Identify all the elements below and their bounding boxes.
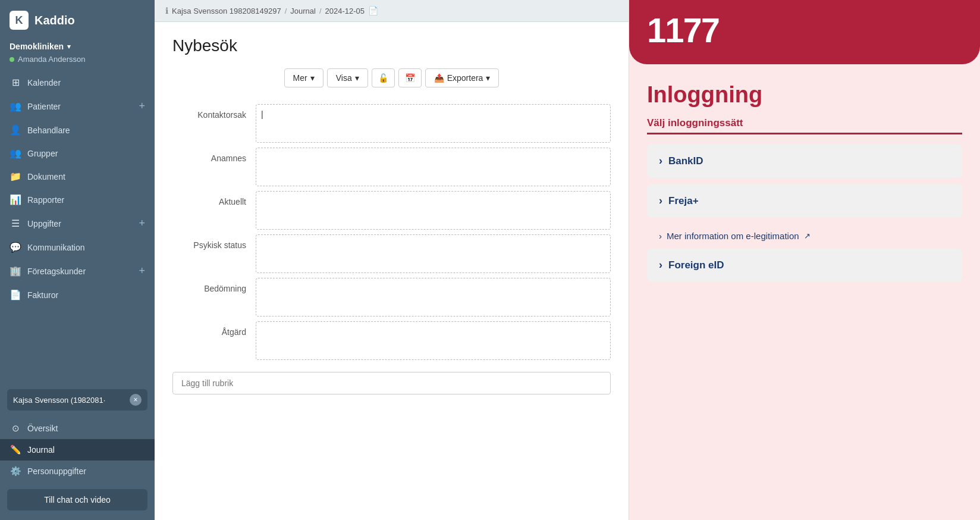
input-atgard[interactable] [256, 321, 611, 360]
logo-k-icon: K [10, 11, 29, 30]
sidebar-item-patienter[interactable]: 👥 Patienter + [0, 94, 155, 118]
add-patient-icon[interactable]: + [139, 100, 145, 112]
sub-nav-label-journal: Journal [27, 445, 55, 455]
foreign-eid-label: Foreign eID [668, 259, 724, 271]
sidebar-item-uppgifter[interactable]: ☰ Uppgifter + [0, 211, 155, 236]
online-dot [10, 57, 14, 62]
input-bedomning[interactable] [256, 278, 611, 317]
sidebar-item-rapporter[interactable]: 📊 Rapporter [0, 188, 155, 211]
main-panel: ℹ Kajsa Svensson 198208149297 / Journal … [155, 0, 629, 520]
journal-title: Nybesök [172, 36, 611, 55]
calendar-icon: ⊞ [10, 77, 21, 88]
label-anamnes: Anamnes [172, 148, 256, 163]
lock-button[interactable]: 🔓 [372, 68, 395, 87]
fakturor-icon: 📄 [10, 289, 21, 300]
breadcrumb-section[interactable]: Journal [290, 7, 316, 15]
form-row-aktuellt: Aktuellt [172, 191, 611, 230]
input-psykisk-status[interactable] [256, 234, 611, 273]
foreign-eid-chevron-icon: › [659, 259, 662, 271]
external-link-icon: ↗ [804, 231, 811, 240]
input-aktuellt[interactable] [256, 191, 611, 230]
visa-button[interactable]: Visa ▾ [327, 68, 368, 87]
journal-form: Kontaktorsak Anamnes Aktuellt Psykisk st… [172, 104, 611, 365]
sidebar-item-kalender[interactable]: ⊞ Kalender [0, 71, 155, 94]
visa-chevron-icon: ▾ [355, 73, 359, 83]
sidebar-item-grupper[interactable]: 👥 Grupper [0, 142, 155, 165]
file-icon: 📄 [368, 6, 378, 15]
sidebar-item-foretagskunder[interactable]: 🏢 Företagskunder + [0, 259, 155, 283]
patient-box-name: Kajsa Svensson (1982081· [13, 396, 105, 405]
patient-box: Kajsa Svensson (1982081· × [7, 389, 147, 411]
panel-1177-body: Inloggning Välj inloggningssätt › BankID… [629, 64, 980, 520]
personuppgifter-icon: ⚙️ [10, 466, 21, 477]
bankid-label: BankID [668, 155, 703, 167]
breadcrumb-sep1: / [285, 7, 287, 15]
close-patient-button[interactable]: × [130, 394, 142, 406]
form-row-bedomning: Bedömning [172, 278, 611, 317]
freja-label: Freja+ [668, 195, 699, 207]
add-foretagskunder-icon[interactable]: + [139, 265, 145, 277]
nav-label-grupper: Grupper [27, 149, 58, 158]
foreign-eid-option[interactable]: › Foreign eID [647, 248, 962, 282]
add-uppgift-icon[interactable]: + [139, 217, 145, 230]
add-rubrik-input[interactable] [172, 372, 611, 394]
behandlare-icon: 👤 [10, 124, 21, 136]
input-kontaktorsak[interactable] [256, 104, 611, 143]
calendar-icon: 📅 [405, 73, 415, 83]
label-bedomning: Bedömning [172, 278, 256, 293]
journal-icon: ✏️ [10, 444, 21, 455]
dokument-icon: 📁 [10, 171, 21, 182]
link-chevron-icon: › [659, 231, 662, 241]
sidebar-item-fakturor[interactable]: 📄 Fakturor [0, 283, 155, 306]
freja-chevron-icon: › [659, 195, 662, 207]
grupper-icon: 👥 [10, 148, 21, 159]
sub-nav-personuppgifter[interactable]: ⚙️ Personuppgifter [0, 461, 155, 482]
app-logo[interactable]: K Kaddio [0, 0, 155, 38]
calendar-button[interactable]: 📅 [398, 68, 422, 87]
form-row-anamnes: Anamnes [172, 148, 611, 186]
sub-nav-label-personuppgifter: Personuppgifter [27, 466, 86, 476]
label-atgard: Åtgärd [172, 321, 256, 337]
form-row-atgard: Åtgärd [172, 321, 611, 360]
exportera-chevron-icon: ▾ [486, 73, 490, 83]
form-row-kontaktorsak: Kontaktorsak [172, 104, 611, 143]
nav-label-rapporter: Rapporter [27, 195, 64, 205]
bankid-option[interactable]: › BankID [647, 144, 962, 178]
sidebar: K Kaddio Demokliniken ▾ Amanda Andersson… [0, 0, 155, 520]
rapporter-icon: 📊 [10, 194, 21, 205]
mer-button[interactable]: Mer ▾ [284, 68, 323, 87]
foretagskunder-icon: 🏢 [10, 265, 21, 277]
chat-video-button[interactable]: Till chat och video [7, 489, 147, 510]
sidebar-item-behandlare[interactable]: 👤 Behandlare [0, 118, 155, 142]
elegitimation-link[interactable]: › Mer information om e-legitimation ↗ [647, 224, 962, 248]
nav-label-behandlare: Behandlare [27, 126, 70, 135]
nav-label-uppgifter: Uppgifter [27, 219, 61, 228]
clinic-name: Demokliniken [10, 42, 64, 51]
kommunikation-icon: 💬 [10, 242, 21, 253]
input-anamnes[interactable] [256, 148, 611, 186]
mer-chevron-icon: ▾ [310, 73, 315, 83]
clinic-selector[interactable]: Demokliniken ▾ [0, 38, 155, 54]
valj-subtitle: Välj inloggningssätt [647, 117, 962, 129]
current-user: Amanda Andersson [0, 54, 155, 71]
sub-nav-oversikt[interactable]: ⊙ Översikt [0, 418, 155, 439]
sub-nav-journal[interactable]: ✏️ Journal [0, 439, 155, 461]
nav-label-fakturor: Fakturor [27, 290, 58, 300]
chevron-down-icon: ▾ [67, 43, 71, 51]
sidebar-item-kommunikation[interactable]: 💬 Kommunikation [0, 236, 155, 259]
exportera-button[interactable]: 📤 Exportera ▾ [425, 68, 500, 87]
sidebar-item-dokument[interactable]: 📁 Dokument [0, 165, 155, 188]
label-aktuellt: Aktuellt [172, 191, 256, 206]
elegitimation-link-text: Mer information om e-legitimation [667, 231, 799, 241]
patient-sub-nav: ⊙ Översikt ✏️ Journal ⚙️ Personuppgifter [0, 415, 155, 484]
nav-label-foretagskunder: Företagskunder [27, 267, 86, 276]
nav-label-dokument: Dokument [27, 172, 65, 181]
breadcrumb-patient: Kajsa Svensson 198208149297 [172, 7, 281, 15]
nav-label-patienter: Patienter [27, 102, 61, 111]
journal-area: Nybesök Mer ▾ Visa ▾ 🔓 📅 📤 Exportera ▾ [155, 22, 629, 520]
lock-icon: 🔓 [378, 73, 388, 83]
freja-option[interactable]: › Freja+ [647, 184, 962, 218]
oversikt-icon: ⊙ [10, 423, 21, 434]
breadcrumb-date: 2024-12-05 [325, 7, 365, 15]
patients-icon: 👥 [10, 101, 21, 112]
